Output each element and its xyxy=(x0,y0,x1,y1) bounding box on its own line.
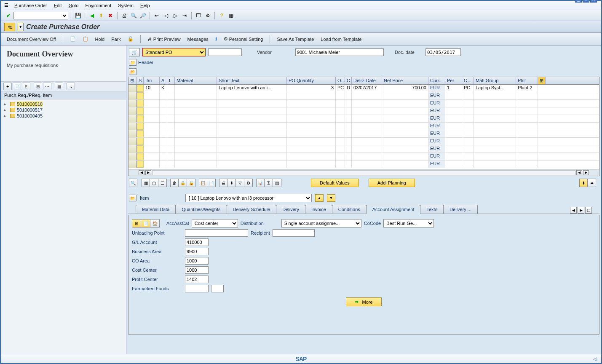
addl-planning-button[interactable]: Addl Planning xyxy=(369,179,415,187)
tab-list-icon[interactable]: ▢ xyxy=(585,207,592,214)
col-po-qty[interactable]: PO Quantity xyxy=(287,77,336,84)
layout-icon[interactable]: ▦ xyxy=(227,11,235,20)
messages-button[interactable]: Messages xyxy=(185,36,211,43)
prev-item-icon[interactable]: ▲ xyxy=(315,194,324,202)
table-row[interactable]: EUR xyxy=(128,115,599,123)
col-itm[interactable]: Itm xyxy=(144,77,160,84)
tab-quantities-weights[interactable]: Quantities/Weights xyxy=(175,205,227,214)
next-item-icon[interactable]: ▼ xyxy=(327,194,335,202)
settings-icon[interactable]: ⚙ xyxy=(244,179,253,187)
back-icon[interactable]: ◀ xyxy=(88,11,96,20)
tree-item[interactable]: ▸5010000518 xyxy=(4,101,123,107)
tab-scroll-right-icon[interactable]: ▶ xyxy=(578,207,584,214)
load-template-button[interactable]: Load from Template xyxy=(318,36,364,43)
close-button[interactable]: ✕ xyxy=(590,0,597,3)
home-icon[interactable]: 🏠 xyxy=(150,219,160,228)
cart-icon[interactable]: 🛒 xyxy=(129,48,140,56)
ef-item-input[interactable] xyxy=(211,285,224,292)
print-preview-button[interactable]: 🖨Print Preview xyxy=(145,36,183,43)
tab-conditions[interactable]: Conditions xyxy=(332,205,367,214)
personal-setting-button[interactable]: ⚙Personal Setting xyxy=(221,35,266,43)
scroll-right2-icon[interactable]: ▶ xyxy=(583,170,589,175)
col-net-price[interactable]: Net Price xyxy=(382,77,428,84)
config-cols-icon[interactable]: ⊞ xyxy=(538,77,546,84)
distribution-select[interactable]: Single account assignme... xyxy=(281,219,361,228)
check-icon[interactable]: 🔓 xyxy=(125,35,136,43)
select-all-icon[interactable]: ▦ xyxy=(142,179,150,187)
unloading-input[interactable] xyxy=(185,229,248,237)
col-oun[interactable]: O... xyxy=(336,77,345,84)
paste-icon[interactable]: 📄 xyxy=(207,179,216,187)
table-row[interactable]: EUR xyxy=(128,100,599,107)
delete-icon[interactable]: 🗑 xyxy=(170,179,179,187)
vendor-input[interactable] xyxy=(295,48,384,56)
menu-purchase-order[interactable]: Purchase Order xyxy=(11,2,51,9)
find-next-icon[interactable]: 🔎 xyxy=(139,11,147,20)
next-page-icon[interactable]: ▷ xyxy=(171,11,179,20)
other-po-icon[interactable]: 📋 xyxy=(80,35,91,43)
cc-input[interactable] xyxy=(185,266,209,274)
gl-input[interactable] xyxy=(185,238,209,246)
doc-overview-button[interactable]: Document Overview Off xyxy=(4,36,59,43)
refresh-icon[interactable]: 📄 xyxy=(13,83,21,90)
tab-delivery-[interactable]: Delivery ... xyxy=(443,205,478,214)
hierarchy-icon[interactable]: ⛬ xyxy=(67,83,75,90)
first-page-icon[interactable]: ⇤ xyxy=(153,11,161,20)
col-matl-group[interactable]: Matl Group xyxy=(474,77,516,84)
collapse-items-icon[interactable]: 📂 xyxy=(129,68,136,75)
shortcut-icon[interactable]: ⚙ xyxy=(203,11,212,20)
table-row[interactable]: EUR xyxy=(128,153,599,161)
park-button[interactable]: Park xyxy=(109,36,123,43)
table-row[interactable]: EUR xyxy=(128,107,599,115)
help-icon[interactable]: ? xyxy=(217,11,226,20)
col-per[interactable]: Per xyxy=(445,77,462,84)
hold-button[interactable]: Hold xyxy=(93,36,107,43)
col-c[interactable]: C xyxy=(345,77,352,84)
expand-header-icon[interactable]: 📁 xyxy=(129,59,136,66)
print-icon[interactable]: 🖨 xyxy=(120,11,128,20)
scroll-right-icon[interactable]: ▶ xyxy=(145,170,151,175)
exit-icon[interactable]: ⬆ xyxy=(97,11,105,20)
cocode-select[interactable]: Best Run Ge... xyxy=(383,219,434,228)
new-session-icon[interactable]: 🗔 xyxy=(194,11,203,20)
tab-scroll-left-icon[interactable]: ◀ xyxy=(570,207,577,214)
menu-system[interactable]: System xyxy=(115,2,137,9)
sort-icon[interactable]: ☰ xyxy=(158,179,167,187)
maximize-button[interactable]: □ xyxy=(583,0,589,3)
select-icon[interactable]: ⎘ xyxy=(22,83,30,90)
tab-texts[interactable]: Texts xyxy=(420,205,444,214)
col-short-text[interactable]: Short Text xyxy=(217,77,287,84)
menu-edit[interactable]: Edit xyxy=(51,2,65,9)
status-expand-icon[interactable]: ◁ xyxy=(593,356,597,362)
filter-icon[interactable]: ▽ xyxy=(236,179,244,187)
col-deliv-date[interactable]: Deliv. Date xyxy=(352,77,382,84)
col-status[interactable]: S.. xyxy=(137,77,144,84)
collapse-all-icon[interactable]: ⬌ xyxy=(588,179,596,187)
tab-invoice[interactable]: Invoice xyxy=(305,205,332,214)
menu-help[interactable]: Help xyxy=(137,2,153,9)
title-dropdown-icon[interactable]: ▾ xyxy=(18,23,24,31)
table-row[interactable]: EUR xyxy=(128,145,599,153)
scroll-track[interactable] xyxy=(152,170,575,175)
table-view-icon[interactable]: ⊞ xyxy=(132,219,141,228)
col-material[interactable]: Material xyxy=(175,77,217,84)
expand-all-icon[interactable]: ⬍ xyxy=(579,179,588,187)
col-opu[interactable]: O... xyxy=(462,77,474,84)
minimize-button[interactable]: _ xyxy=(575,0,582,3)
chart-icon[interactable]: 📊 xyxy=(256,179,265,187)
variant2-icon[interactable]: ▤ xyxy=(273,179,281,187)
sum-icon[interactable]: Σ xyxy=(265,179,273,187)
table-row[interactable]: EUR xyxy=(128,92,599,100)
table-row[interactable]: EUR xyxy=(128,138,599,145)
copy-icon[interactable]: 📋 xyxy=(199,179,207,187)
menu-environment[interactable]: Environment xyxy=(82,2,115,9)
prev-page-icon[interactable]: ◁ xyxy=(162,11,170,20)
create-icon[interactable]: 📄 xyxy=(67,35,78,43)
col-plnt[interactable]: Plnt xyxy=(516,77,538,84)
enter-button[interactable]: ✔ xyxy=(4,11,13,20)
info-icon[interactable]: ℹ xyxy=(213,35,219,43)
tab-material-data[interactable]: Material Data xyxy=(136,205,176,214)
default-values-button[interactable]: Default Values xyxy=(311,179,359,187)
doc-date-input[interactable] xyxy=(425,48,461,56)
command-field[interactable] xyxy=(13,12,68,19)
